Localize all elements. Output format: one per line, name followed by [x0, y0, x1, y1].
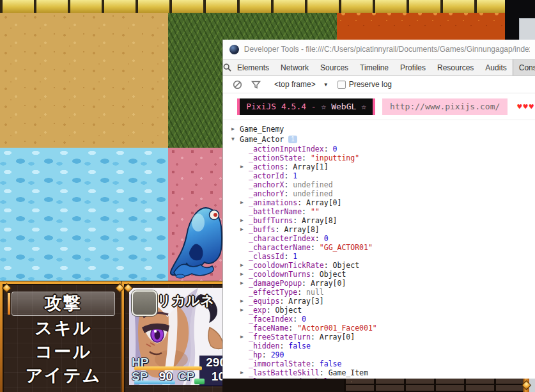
screen: 攻撃スキルコールアイテム リカルネ — [0, 0, 535, 392]
battle-status-window: リカルネ HP 290 SP 90 CP 10 — [121, 281, 235, 392]
expand-arrow-icon[interactable]: ▶ — [240, 306, 244, 315]
console-property-row[interactable]: ▶_damagePopup: Array[0] — [249, 279, 535, 288]
sp-value: 90 — [150, 370, 173, 384]
devtools-window: Developer Tools - file:///C:/Users/picat… — [222, 40, 535, 379]
pixi-banner-row: PixiJS 4.5.4 - ☆ WebGL ☆ http://www.pixi… — [223, 93, 535, 120]
console-property-row[interactable]: ▶_exp: Object — [249, 306, 535, 315]
cp-gauge — [194, 379, 205, 384]
expand-arrow-icon[interactable]: ▶ — [240, 162, 244, 171]
filter-icon[interactable] — [251, 80, 261, 90]
chevron-down-icon[interactable]: ▼ — [323, 82, 329, 88]
clear-console-icon[interactable] — [233, 80, 242, 90]
command-item[interactable]: スキル — [12, 317, 115, 340]
map-tile-water — [0, 148, 168, 281]
console-property-row[interactable]: ▶_freeStateTurn: Array[0] — [249, 333, 535, 341]
console-property-row[interactable]: _anchorY: undefined — [249, 189, 535, 198]
console-property-row[interactable]: ▶_animations: Array[0] — [249, 198, 535, 207]
command-item[interactable]: アイテム — [12, 364, 115, 387]
console-property-row[interactable]: _hidden: false — [249, 341, 535, 350]
console-root-entry[interactable]: ▶Game_Enemy — [240, 124, 535, 134]
console-property-row[interactable]: _lastCommandSymbol: "" — [249, 377, 535, 379]
console-property-row[interactable]: _faceIndex: 0 — [249, 315, 535, 324]
expand-arrow-icon[interactable]: ▶ — [240, 297, 244, 306]
console-property-row[interactable]: _hp: 290 — [249, 350, 535, 359]
battle-command-list: 攻撃スキルコールアイテム — [8, 292, 119, 388]
command-item[interactable]: 攻撃 — [12, 292, 115, 316]
expand-arrow-icon[interactable]: ▶ — [240, 279, 244, 288]
devtools-title: Developer Tools - file:///C:/Users/picat… — [244, 45, 530, 54]
frame-selector[interactable]: <top frame> — [274, 80, 316, 89]
console-property-row[interactable]: ▶_equips: Array[3] — [249, 297, 535, 306]
devtools-app-icon — [229, 45, 239, 54]
console-property-row[interactable]: ▶_actions: Array[1] — [249, 162, 535, 171]
devtools-tabs: ElementsNetworkSourcesTimelineProfilesRe… — [223, 59, 535, 76]
window-border-strip — [523, 379, 529, 392]
console-property-row[interactable]: _faceName: "Actor001_Face001" — [249, 324, 535, 333]
console-property-row[interactable]: _actorId: 1 — [249, 171, 535, 180]
tab-network[interactable]: Network — [275, 59, 314, 75]
expand-arrow-icon[interactable]: ▶ — [240, 216, 244, 225]
console-property-row[interactable]: ▶_buffs: Array[8] — [249, 225, 535, 234]
map-tile-orange-carpet — [337, 13, 505, 41]
tab-timeline[interactable]: Timeline — [354, 59, 394, 75]
console-property-row[interactable]: _battlerName: "" — [249, 207, 535, 216]
console-property-row[interactable]: _characterName: "GG_ACTOR01" — [249, 243, 535, 252]
console-object-tree: ▶Game_Enemy▼Game_Actor1_actionInputIndex… — [223, 120, 535, 379]
tab-audits[interactable]: Audits — [479, 59, 512, 75]
preserve-log-checkbox[interactable] — [337, 81, 346, 89]
console-property-row[interactable]: ▶_lastBattleSkill: Game_Item — [249, 368, 535, 377]
expand-arrow-icon[interactable]: ▶ — [240, 198, 244, 207]
console-property-row[interactable]: _actionInputIndex: 0 — [249, 145, 535, 153]
search-icon[interactable] — [223, 59, 231, 75]
console-property-row[interactable]: _effectType: null — [249, 288, 535, 297]
console-root-entry[interactable]: ▼Game_Actor1 — [240, 134, 535, 145]
console-property-row[interactable]: _immortalState: false — [249, 359, 535, 368]
tab-resources[interactable]: Resources — [431, 59, 479, 75]
console-panel: PixiJS 4.5.4 - ☆ WebGL ☆ http://www.pixi… — [223, 93, 535, 379]
tab-profiles[interactable]: Profiles — [394, 59, 431, 75]
map-tile-brick-strip — [344, 379, 524, 392]
instance-count-badge: 1 — [288, 136, 297, 143]
expand-arrow-icon[interactable]: ▶ — [240, 270, 244, 279]
actor-state-icon — [132, 290, 157, 316]
status-window-shadow-strip — [222, 379, 344, 392]
console-property-row[interactable]: _actionState: "inputting" — [249, 153, 535, 162]
command-item[interactable]: コール — [12, 340, 115, 363]
expand-arrow-icon[interactable]: ▶ — [240, 225, 244, 234]
tab-sources[interactable]: Sources — [314, 59, 354, 75]
devtools-titlebar[interactable]: Developer Tools - file:///C:/Users/picat… — [223, 40, 535, 59]
cp-label: CP — [178, 370, 194, 384]
pixi-banner-pink-block — [373, 98, 375, 115]
expand-arrow-icon[interactable]: ▶ — [240, 368, 244, 377]
tab-console[interactable]: Console — [513, 59, 535, 75]
actor-name: リカルネ — [157, 292, 215, 310]
pixi-banner-title: PixiJS 4.5.4 - ☆ WebGL ☆ — [240, 98, 373, 115]
enemy-slime-sprite — [167, 203, 224, 279]
console-property-row[interactable]: _classId: 1 — [249, 252, 535, 261]
console-property-row[interactable]: ▶_buffTurns: Array[8] — [249, 216, 535, 225]
map-tile-gold-blocks — [0, 0, 505, 13]
pixi-banner-hearts: ♥♥♥ — [517, 102, 535, 111]
map-tile-sand — [0, 13, 168, 148]
console-property-row[interactable]: _anchorX: undefined — [249, 180, 535, 189]
console-toolbar: <top frame> ▼ Preserve log — [223, 76, 535, 93]
console-property-row[interactable]: _characterIndex: 0 — [249, 234, 535, 243]
console-property-row[interactable]: ▶_cooldownTickRate: Object — [249, 261, 535, 270]
collapse-arrow-icon[interactable]: ▼ — [231, 134, 235, 145]
tab-elements[interactable]: Elements — [231, 59, 275, 75]
background-window-edge — [519, 18, 535, 40]
battle-command-window: 攻撃スキルコールアイテム — [0, 281, 127, 392]
expand-arrow-icon[interactable]: ▶ — [240, 333, 244, 341]
preserve-log-label[interactable]: Preserve log — [349, 80, 392, 89]
expand-arrow-icon[interactable]: ▶ — [240, 261, 244, 270]
console-property-row[interactable]: ▶_cooldownTurns: Object — [249, 270, 535, 279]
pixi-banner-url: http://www.pixijs.com/ — [382, 98, 508, 115]
expand-arrow-icon[interactable]: ▶ — [231, 124, 235, 134]
